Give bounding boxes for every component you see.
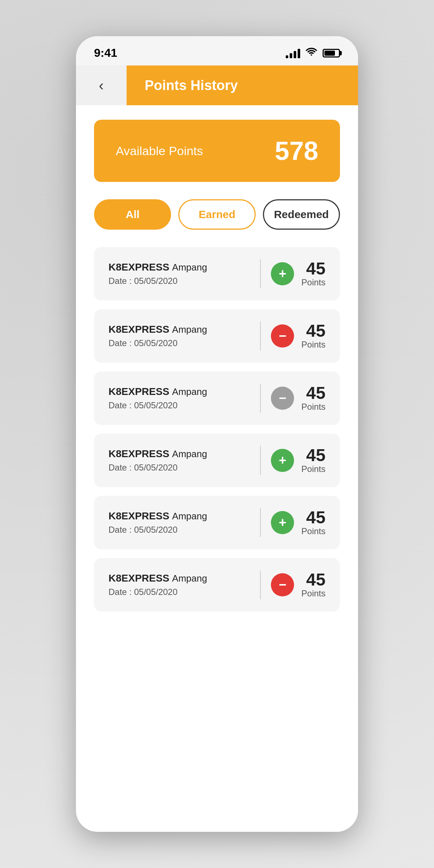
- transaction-date: Date : 05/05/2020: [109, 400, 207, 410]
- available-points-value: 578: [275, 136, 318, 166]
- earn-icon: +: [271, 262, 294, 285]
- earn-icon: +: [271, 511, 294, 534]
- transaction-store: K8EXPRESS Ampang: [109, 510, 207, 522]
- transaction-store: K8EXPRESS Ampang: [109, 448, 207, 460]
- available-points-card: Available Points 578: [94, 120, 340, 182]
- transaction-date: Date : 05/05/2020: [109, 276, 207, 286]
- transaction-date: Date : 05/05/2020: [109, 338, 207, 348]
- expired-icon: −: [271, 387, 294, 410]
- transaction-info: K8EXPRESS Ampang Date : 05/05/2020: [109, 386, 207, 410]
- list-item: K8EXPRESS Ampang Date : 05/05/2020 − 45 …: [94, 371, 340, 425]
- transaction-store: K8EXPRESS Ampang: [109, 386, 207, 397]
- list-item: K8EXPRESS Ampang Date : 05/05/2020 − 45 …: [94, 309, 340, 363]
- transaction-right: + 45 Points: [271, 447, 326, 474]
- transaction-points: 45 Points: [301, 322, 326, 350]
- status-time: 9:41: [94, 46, 117, 60]
- transaction-info: K8EXPRESS Ampang Date : 05/05/2020: [109, 573, 207, 597]
- phone-frame: 9:41: [76, 36, 358, 832]
- earn-icon: +: [271, 449, 294, 472]
- list-item: K8EXPRESS Ampang Date : 05/05/2020 + 45 …: [94, 496, 340, 549]
- divider: [260, 322, 261, 350]
- header-title-bar: Points History: [127, 65, 358, 105]
- transaction-right: + 45 Points: [271, 260, 326, 288]
- divider: [260, 259, 261, 288]
- battery-icon: [323, 49, 340, 58]
- transaction-date: Date : 05/05/2020: [109, 525, 207, 535]
- transaction-right: − 45 Points: [271, 384, 326, 412]
- transaction-info: K8EXPRESS Ampang Date : 05/05/2020: [109, 261, 207, 286]
- tab-earned[interactable]: Earned: [178, 199, 255, 230]
- transaction-info: K8EXPRESS Ampang Date : 05/05/2020: [109, 324, 207, 348]
- list-item: K8EXPRESS Ampang Date : 05/05/2020 − 45 …: [94, 558, 340, 612]
- wifi-icon: [305, 47, 318, 59]
- transaction-date: Date : 05/05/2020: [109, 587, 207, 597]
- transaction-store: K8EXPRESS Ampang: [109, 324, 207, 335]
- divider: [260, 508, 261, 537]
- transaction-right: − 45 Points: [271, 322, 326, 350]
- list-item: K8EXPRESS Ampang Date : 05/05/2020 + 45 …: [94, 247, 340, 301]
- list-item: K8EXPRESS Ampang Date : 05/05/2020 + 45 …: [94, 434, 340, 487]
- divider: [260, 446, 261, 475]
- transaction-points: 45 Points: [301, 384, 326, 412]
- page-title: Points History: [145, 78, 238, 93]
- signal-icon: [286, 48, 300, 58]
- tab-all[interactable]: All: [94, 199, 171, 230]
- available-points-label: Available Points: [116, 144, 203, 158]
- status-bar: 9:41: [76, 36, 358, 65]
- header: ‹ Points History: [76, 65, 358, 105]
- content-wrapper: 9:41: [76, 36, 358, 832]
- transaction-points: 45 Points: [301, 260, 326, 288]
- filter-tabs: All Earned Redeemed: [94, 199, 340, 230]
- main-content: Available Points 578 All Earned Redeemed…: [76, 105, 358, 832]
- status-icons: [286, 47, 340, 59]
- back-button[interactable]: ‹: [76, 65, 127, 105]
- transaction-points: 45 Points: [301, 509, 326, 536]
- transaction-store: K8EXPRESS Ampang: [109, 573, 207, 584]
- tab-redeemed[interactable]: Redeemed: [263, 199, 340, 230]
- transaction-date: Date : 05/05/2020: [109, 463, 207, 473]
- transaction-points: 45 Points: [301, 447, 326, 474]
- transaction-points: 45 Points: [301, 571, 326, 599]
- redeem-icon: −: [271, 324, 294, 348]
- back-arrow-icon: ‹: [99, 77, 103, 94]
- transaction-right: + 45 Points: [271, 509, 326, 536]
- transaction-list: K8EXPRESS Ampang Date : 05/05/2020 + 45 …: [94, 247, 340, 612]
- transaction-store: K8EXPRESS Ampang: [109, 261, 207, 273]
- transaction-right: − 45 Points: [271, 571, 326, 599]
- redeem-icon: −: [271, 573, 294, 596]
- divider: [260, 570, 261, 599]
- transaction-info: K8EXPRESS Ampang Date : 05/05/2020: [109, 448, 207, 473]
- divider: [260, 384, 261, 413]
- transaction-info: K8EXPRESS Ampang Date : 05/05/2020: [109, 510, 207, 535]
